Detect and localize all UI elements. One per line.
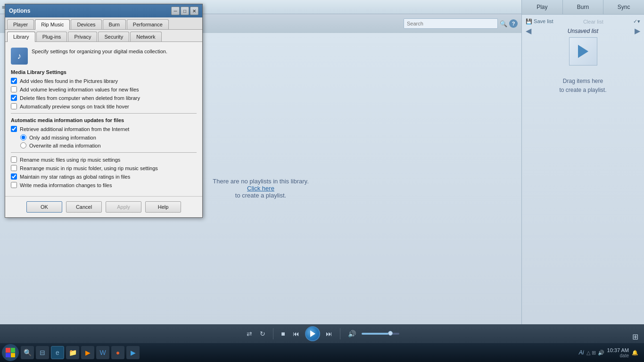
tab-sync[interactable]: Sync bbox=[603, 0, 644, 14]
maintain-ratings-label: Maintain my star ratings as global ratin… bbox=[20, 174, 130, 180]
tab-burn[interactable]: Burn bbox=[563, 0, 604, 14]
help-button[interactable]: Help bbox=[145, 201, 181, 213]
subtab-privacy[interactable]: Privacy bbox=[68, 32, 97, 41]
rearrange-music-checkbox[interactable] bbox=[11, 165, 17, 171]
dialog-titlebar[interactable]: Options ─ □ ✕ bbox=[5, 4, 202, 17]
tab-performance[interactable]: Performance bbox=[127, 19, 169, 29]
mute-btn[interactable]: 🔊 bbox=[346, 329, 358, 338]
options-dialog[interactable]: Options ─ □ ✕ Player Rip Music Devices B… bbox=[5, 4, 203, 218]
checkbox-write-media: Write media information changes to files bbox=[11, 182, 197, 188]
windows-logo bbox=[6, 348, 15, 357]
tab-devices[interactable]: Devices bbox=[71, 19, 101, 29]
close-btn[interactable]: ✕ bbox=[190, 7, 198, 15]
help-icon-btn[interactable]: ? bbox=[509, 19, 518, 28]
delete-files-label: Delete files from computer when deleted … bbox=[20, 95, 140, 101]
add-volume-label: Add volume leveling information values f… bbox=[20, 87, 139, 92]
shuffle-btn[interactable]: ⇄ bbox=[245, 329, 254, 338]
subtab-security[interactable]: Security bbox=[98, 32, 129, 41]
taskbar-system-icons: △ ⊞ 🔊 bbox=[586, 350, 604, 356]
cancel-button[interactable]: Cancel bbox=[66, 201, 102, 213]
save-list-btn[interactable]: 💾 Save list bbox=[526, 18, 553, 25]
right-panel: Play Burn Sync 💾 Save list Clear list ✓▾… bbox=[521, 0, 644, 362]
taskbar-icon-ie[interactable]: e bbox=[51, 346, 64, 359]
repeat-btn[interactable]: ↻ bbox=[258, 329, 267, 338]
checkbox-add-volume: Add volume leveling information values f… bbox=[11, 86, 197, 92]
taskbar: 🔍 ⊟ e 📁 ▶ W ● ▶ Ai △ ⊞ 🔊 10:37 AM date 🔔 bbox=[0, 343, 644, 362]
taskbar-right: Ai △ ⊞ 🔊 10:37 AM date 🔔 bbox=[579, 347, 642, 358]
subtab-plugins[interactable]: Plug-ins bbox=[36, 32, 67, 41]
back-arrow-btn[interactable]: ◀ bbox=[526, 26, 531, 35]
forward-arrow-btn[interactable]: ▶ bbox=[635, 26, 640, 35]
dialog-body: ♪ Specify settings for organizing your d… bbox=[5, 42, 202, 196]
prev-btn[interactable]: ⏮ bbox=[291, 329, 301, 338]
taskbar-icon-wmp[interactable]: ▶ bbox=[126, 346, 140, 359]
taskbar-icon-folder[interactable]: 📁 bbox=[66, 346, 79, 359]
play-btn-main[interactable] bbox=[305, 326, 320, 341]
add-volume-checkbox[interactable] bbox=[11, 86, 17, 92]
dialog-sub-tabs: Library Plug-ins Privacy Security Networ… bbox=[5, 30, 202, 42]
section2-label: Automatic media information updates for … bbox=[11, 117, 197, 123]
auto-preview-label: Automatically preview songs on track tit… bbox=[20, 104, 129, 109]
retrieve-info-checkbox[interactable] bbox=[11, 126, 17, 132]
click-here-link[interactable]: Click here bbox=[247, 185, 274, 192]
search-icon[interactable]: 🔍 bbox=[500, 20, 507, 27]
player-sep2 bbox=[340, 328, 340, 339]
checkbox-auto-preview: Automatically preview songs on track tit… bbox=[11, 103, 197, 109]
ok-button[interactable]: OK bbox=[26, 201, 62, 213]
add-video-checkbox[interactable] bbox=[11, 78, 17, 84]
to-create-text: to create a playlist. bbox=[235, 192, 286, 199]
checkbox-rearrange-music: Rearrange music in rip music folder, usi… bbox=[11, 165, 197, 171]
volume-slider[interactable] bbox=[362, 333, 399, 335]
subtab-network[interactable]: Network bbox=[130, 32, 161, 41]
taskbar-icon-chrome[interactable]: ● bbox=[111, 346, 124, 359]
radio-overwrite: Overwrite all media information bbox=[20, 142, 197, 148]
tab-rip-music[interactable]: Rip Music bbox=[35, 19, 70, 30]
minimize-btn[interactable]: ─ bbox=[171, 7, 180, 15]
only-add-label: Only add missing information bbox=[29, 135, 96, 140]
library-icon: ♪ bbox=[11, 48, 28, 65]
ai-badge: Ai bbox=[579, 349, 584, 356]
player-sep1 bbox=[273, 328, 273, 339]
divider2 bbox=[11, 152, 197, 153]
tab-player[interactable]: Player bbox=[7, 19, 34, 29]
dialog-description: Specify settings for organizing your dig… bbox=[32, 48, 197, 54]
stop-btn[interactable]: ■ bbox=[279, 329, 287, 338]
tab-play[interactable]: Play bbox=[522, 0, 563, 14]
start-button[interactable] bbox=[2, 344, 19, 361]
taskbar-icon-search[interactable]: 🔍 bbox=[21, 346, 34, 359]
no-playlists-text: There are no playlists in this library. bbox=[213, 178, 309, 185]
tab-burn[interactable]: Burn bbox=[103, 19, 126, 29]
write-media-checkbox[interactable] bbox=[11, 182, 17, 188]
maintain-ratings-checkbox[interactable] bbox=[11, 173, 17, 180]
divider1 bbox=[11, 113, 197, 114]
checkbox-rename-music: Rename music files using rip music setti… bbox=[11, 156, 197, 163]
list-options-btn[interactable]: ✓▾ bbox=[633, 18, 640, 25]
search-area: 🔍 ? bbox=[400, 14, 521, 33]
taskbar-icon-task[interactable]: ⊟ bbox=[36, 346, 49, 359]
taskbar-icon-vlc[interactable]: ▶ bbox=[81, 346, 94, 359]
dialog-footer: OK Cancel Apply Help bbox=[5, 196, 202, 217]
write-media-label: Write media information changes to files bbox=[20, 182, 112, 188]
auto-preview-checkbox[interactable] bbox=[11, 103, 17, 109]
delete-files-checkbox[interactable] bbox=[11, 95, 17, 101]
checkbox-maintain-ratings: Maintain my star ratings as global ratin… bbox=[11, 173, 197, 180]
apply-button[interactable]: Apply bbox=[106, 201, 141, 213]
taskbar-time: 10:37 AM date bbox=[607, 347, 629, 358]
rename-music-label: Rename music files using rip music setti… bbox=[20, 157, 120, 163]
overwrite-label: Overwrite all media information bbox=[29, 143, 101, 148]
taskbar-icon-word[interactable]: W bbox=[96, 346, 109, 359]
maximize-btn[interactable]: □ bbox=[181, 7, 189, 15]
subtab-library[interactable]: Library bbox=[7, 32, 35, 42]
save-icon: 💾 bbox=[526, 18, 532, 24]
rename-music-checkbox[interactable] bbox=[11, 156, 17, 163]
volume-thumb bbox=[388, 331, 393, 336]
next-btn[interactable]: ⏭ bbox=[324, 329, 334, 338]
play-triangle-icon bbox=[578, 45, 588, 58]
eq-btn[interactable]: ⊞ bbox=[632, 332, 638, 341]
retrieve-info-label: Retrieve additional information from the… bbox=[20, 126, 129, 132]
notification-icon[interactable]: 🔔 bbox=[632, 350, 638, 356]
overwrite-radio[interactable] bbox=[20, 142, 26, 148]
search-input[interactable] bbox=[404, 18, 498, 29]
clear-list-btn: Clear list bbox=[583, 19, 603, 25]
only-add-radio[interactable] bbox=[20, 134, 26, 140]
